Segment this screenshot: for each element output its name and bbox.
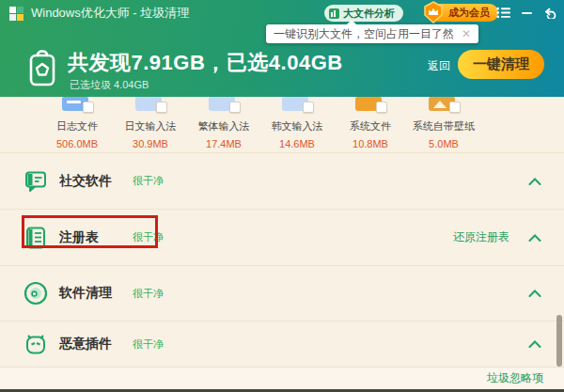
section-label: 社交软件 <box>59 173 133 190</box>
chevron-up-icon[interactable] <box>528 340 541 348</box>
menu-list-icon[interactable] <box>496 7 510 19</box>
garbage-ignore-link[interactable]: 垃圾忽略项 <box>487 370 543 386</box>
section-label: 注册表 <box>59 229 133 246</box>
category-size: 10.8MB <box>352 138 388 149</box>
category-name: 韩文输入法 <box>272 119 323 133</box>
trash-bin-icon <box>24 48 61 88</box>
category-size: 5.0MB <box>429 138 459 149</box>
section-status: 很干净 <box>133 287 164 301</box>
wallpaper-icon <box>429 97 459 114</box>
section-list: 社交软件 很干净 注册表 很干净 还原注册表 <box>0 150 564 367</box>
category-row: 日志文件 506.0MB 日文输入法 30.9MB 繁体输入法 17.4MB 韩… <box>0 97 564 150</box>
category-name: 系统自带壁纸 <box>413 119 475 133</box>
log-file-icon <box>62 97 92 114</box>
header-area: Windows优化大师 - 垃圾清理 大文件分析 成为会员 <box>0 0 564 97</box>
registry-document-icon <box>23 225 48 250</box>
section-social-software[interactable]: 社交软件 很干净 <box>0 152 564 209</box>
scrollbar-thumb[interactable] <box>556 315 562 367</box>
disc-icon <box>23 281 48 306</box>
tooltip-bubble: 一键识别大文件，空间占用一目了然 ✕ <box>266 24 478 43</box>
checkbox[interactable] <box>229 102 241 113</box>
app-window: Windows优化大师 - 垃圾清理 大文件分析 成为会员 <box>0 0 564 392</box>
section-status: 很干净 <box>133 174 164 188</box>
category-item-system-files[interactable]: 系统文件 10.8MB <box>334 97 407 150</box>
checkbox[interactable] <box>83 102 94 113</box>
become-member-label: 成为会员 <box>448 6 490 20</box>
category-name: 系统文件 <box>350 119 391 133</box>
category-item-japanese-ime[interactable]: 日文输入法 30.9MB <box>114 97 187 150</box>
window-title: Windows优化大师 - 垃圾清理 <box>31 5 189 22</box>
tooltip-close-icon[interactable]: ✕ <box>462 27 471 40</box>
category-name: 日文输入法 <box>125 119 177 133</box>
big-file-analysis-button[interactable]: 大文件分析 <box>324 5 403 22</box>
become-member-button[interactable]: 成为会员 <box>429 4 498 22</box>
back-undo-icon[interactable] <box>543 7 556 19</box>
category-size: 30.9MB <box>133 138 168 149</box>
one-click-clean-button[interactable]: 一键清理 <box>458 50 544 79</box>
section-label: 软件清理 <box>59 285 133 302</box>
bar-chart-icon <box>329 8 339 19</box>
back-link[interactable]: 返回 <box>428 58 450 74</box>
category-size: 17.4MB <box>206 138 242 149</box>
big-file-analysis-label: 大文件分析 <box>343 7 395 21</box>
devil-face-icon <box>23 332 48 357</box>
chat-bubble-icon <box>23 168 48 194</box>
system-folder-icon <box>355 97 385 114</box>
titlebar-controls <box>496 7 556 19</box>
category-item-traditional-ime[interactable]: 繁体输入法 17.4MB <box>187 97 260 150</box>
section-registry[interactable]: 注册表 很干净 还原注册表 <box>0 209 564 265</box>
selected-garbage-detail: 已选垃圾 4.04GB <box>70 78 149 92</box>
folder-icon <box>135 97 165 114</box>
category-item-wallpapers[interactable]: 系统自带壁纸 5.0MB <box>407 97 480 150</box>
category-item-logs[interactable]: 日志文件 506.0MB <box>40 97 114 150</box>
checkbox[interactable] <box>449 102 461 113</box>
section-status: 很干净 <box>133 337 164 352</box>
footer-bar: 垃圾忽略项 <box>0 367 564 389</box>
checkbox[interactable] <box>156 102 167 113</box>
category-name: 日志文件 <box>56 119 98 133</box>
section-label: 恶意插件 <box>59 336 133 353</box>
chevron-up-icon[interactable] <box>528 178 541 185</box>
restore-registry-link[interactable]: 还原注册表 <box>453 229 509 245</box>
chevron-up-icon[interactable] <box>528 234 541 242</box>
chevron-up-icon[interactable] <box>528 290 541 297</box>
crown-badge-icon <box>422 1 445 24</box>
section-software-cleanup[interactable]: 软件清理 很干净 <box>0 265 564 321</box>
titlebar: Windows优化大师 - 垃圾清理 大文件分析 成为会员 <box>0 0 564 26</box>
category-name: 繁体输入法 <box>198 119 250 133</box>
checkbox[interactable] <box>303 102 314 113</box>
category-size: 506.0MB <box>56 138 98 149</box>
section-malicious-plugins[interactable]: 恶意插件 很干净 <box>0 321 564 367</box>
folder-icon <box>282 97 312 114</box>
folder-icon <box>209 97 239 114</box>
app-logo-icon <box>9 7 24 21</box>
category-size: 14.6MB <box>279 138 315 149</box>
tooltip-text: 一键识别大文件，空间占用一目了然 <box>274 26 454 42</box>
section-status: 很干净 <box>133 230 164 244</box>
scan-summary: 共发现7.91GB，已选4.04GB <box>68 49 343 77</box>
checkbox[interactable] <box>376 102 387 113</box>
minimize-icon[interactable] <box>521 7 533 19</box>
category-item-korean-ime[interactable]: 韩文输入法 14.6MB <box>260 97 334 150</box>
